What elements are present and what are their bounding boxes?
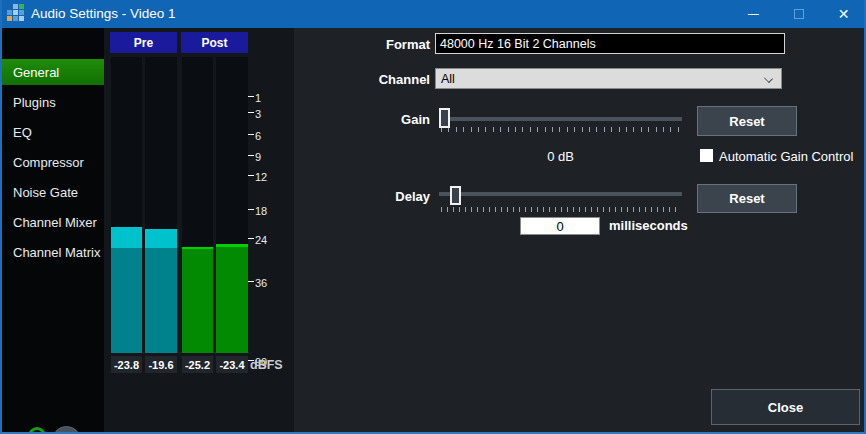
audio-meters: Pre Post 1 3 6 9 12 18 24 36 90 -23.8 -1… [104,28,294,432]
meter-bar-pre-left [111,57,142,353]
sidebar-item-channel-matrix[interactable]: Channel Matrix [2,239,104,265]
meter-scale-tick: 24 [248,235,267,246]
delay-milliseconds-input[interactable] [520,217,600,235]
gain-slider-track[interactable] [439,117,682,121]
meter-scale-tick: 12 [248,172,267,183]
minimize-icon [748,14,759,15]
sidebar-item-plugins[interactable]: Plugins [2,89,104,115]
sidebar-item-channel-mixer[interactable]: Channel Mixer [2,209,104,235]
minimize-button[interactable] [731,0,776,28]
delay-slider-thumb[interactable] [450,186,461,205]
sidebar-item-eq[interactable]: EQ [2,119,104,145]
headphones-volume-knob[interactable] [52,426,81,434]
close-button[interactable]: Close [711,389,860,425]
meter-scale-tick: 1 [248,93,261,104]
meter-group-pre-label: Pre [110,32,177,53]
channel-selected-value: All [441,72,455,86]
format-field: 48000 Hz 16 Bit 2 Channels [435,33,785,54]
close-icon: ✕ [838,7,850,21]
window-title: Audio Settings - Video 1 [31,6,176,21]
meter-scale-tick: 9 [248,152,261,163]
close-window-button[interactable]: ✕ [821,0,866,28]
automatic-gain-control-label: Automatic Gain Control [719,149,853,164]
gain-slider-thumb[interactable] [439,108,450,128]
channel-dropdown[interactable]: All [435,68,782,89]
chevron-down-icon [764,74,773,83]
delay-unit-label: milliseconds [609,218,688,233]
app-logo-icon [7,4,26,23]
delay-reset-button[interactable]: Reset [697,184,797,213]
meter-value-pre-right: -19.6 [145,356,177,373]
delay-slider-ticks [441,207,681,212]
sidebar-item-noise-gate[interactable]: Noise Gate [2,179,104,205]
delay-label: Delay [350,189,430,204]
gain-slider-ticks [441,127,679,132]
gain-value-label: 0 dB [439,149,682,164]
title-bar[interactable]: Audio Settings - Video 1 ✕ [0,0,866,28]
delay-slider-track[interactable] [439,192,682,196]
format-label: Format [350,37,430,52]
meter-bar-pre-right [145,57,177,353]
sidebar-item-general[interactable]: General [2,59,104,85]
audio-settings-window: Audio Settings - Video 1 ✕ General Plugi… [0,0,866,434]
headphones-icon[interactable] [27,427,49,434]
gain-label: Gain [350,112,430,127]
maximize-button[interactable] [776,0,821,28]
meter-bar-post-left [182,57,213,353]
meter-unit-label: dBFS [250,358,283,372]
settings-sidebar: General Plugins EQ Compressor Noise Gate… [2,28,104,432]
maximize-icon [794,9,804,19]
meter-scale-tick: 3 [248,109,261,120]
meter-scale-tick: 6 [248,131,261,142]
meter-value-post-left: -25.2 [182,356,213,373]
automatic-gain-control-checkbox[interactable] [700,149,713,162]
meter-value-pre-left: -23.8 [111,356,142,373]
meter-scale-tick: 36 [248,278,267,289]
meter-bar-post-right [216,57,248,353]
gain-reset-button[interactable]: Reset [697,106,797,136]
meter-scale-tick: 18 [248,206,267,217]
meter-group-post-label: Post [181,32,248,53]
sidebar-item-compressor[interactable]: Compressor [2,149,104,175]
meter-value-post-right: -23.4 [216,356,248,373]
channel-label: Channel [350,72,430,87]
